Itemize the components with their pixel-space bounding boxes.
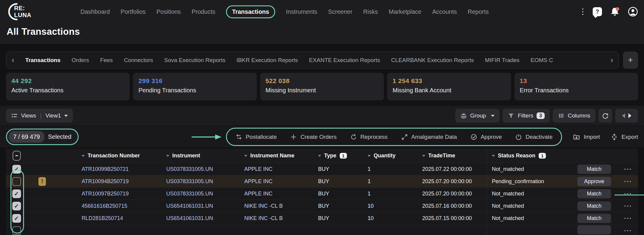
import-button[interactable]: Import bbox=[573, 133, 600, 141]
table-row-partial[interactable]: ··· bbox=[6, 224, 638, 235]
transaction-number-link[interactable]: ATR10094B250719 bbox=[74, 178, 159, 185]
col-header-transaction-number[interactable]: Transaction Number bbox=[74, 153, 159, 159]
row-checkbox[interactable]: ✓ bbox=[12, 189, 21, 198]
col-header-instrument[interactable]: Instrument bbox=[159, 153, 237, 159]
instrument-link[interactable]: US0378331005.UN bbox=[159, 178, 237, 185]
match-button[interactable]: Match bbox=[577, 214, 611, 223]
user-avatar-icon[interactable] bbox=[628, 7, 638, 17]
transaction-number-link[interactable]: 45661616B250715 bbox=[74, 203, 159, 209]
tab-ibkr-execution-reports[interactable]: IBKR Execution Reports bbox=[236, 57, 298, 64]
row-checkbox[interactable]: ✓ bbox=[12, 214, 21, 223]
columns-button[interactable]: Columns bbox=[553, 109, 595, 123]
nav-item-positions[interactable]: Positions bbox=[156, 6, 181, 18]
nav-item-accounts[interactable]: Accounts bbox=[432, 6, 457, 18]
tabs-scroll-left-icon[interactable]: ‹ bbox=[12, 56, 14, 64]
export-button[interactable]: Export bbox=[611, 133, 638, 141]
tab-connectors[interactable]: Connectors bbox=[124, 57, 153, 64]
col-header-status-reason[interactable]: Status Reason1 bbox=[487, 149, 570, 163]
tab-exante-execution-reports[interactable]: EXANTE Execution Reports bbox=[309, 57, 380, 64]
table-row[interactable]: ✓ 45661616B250715 US6541061031.UN NIKE I… bbox=[6, 200, 638, 212]
stat-card-active-transactions[interactable]: 44 292 Active Transactions bbox=[6, 73, 130, 100]
instrument-link[interactable]: US6541061031.UN bbox=[159, 215, 237, 222]
match-button[interactable] bbox=[577, 225, 611, 234]
row-checkbox[interactable]: ✓ bbox=[12, 202, 21, 210]
nav-item-risks[interactable]: Risks bbox=[363, 6, 378, 18]
tab-sova-execution-reports[interactable]: Sova Execution Reports bbox=[164, 57, 225, 64]
group-button[interactable]: Group bbox=[455, 109, 500, 123]
row-menu-button[interactable]: ··· bbox=[618, 215, 638, 222]
row-menu-button[interactable]: ··· bbox=[618, 202, 638, 210]
status-reason-cell: Not_matched bbox=[487, 163, 570, 175]
nav-item-marketplace[interactable]: Marketplace bbox=[389, 6, 421, 18]
table-row[interactable]: ✓ ATR10097B250719 US0378331005.UN APPLE … bbox=[6, 187, 638, 200]
nav-item-transactions[interactable]: Transactions bbox=[226, 5, 275, 18]
tab-mifir-trades[interactable]: MIFIR Trades bbox=[485, 57, 519, 64]
nav-item-screener[interactable]: Screener bbox=[328, 6, 352, 18]
filters-button[interactable]: Filters 3 bbox=[503, 109, 550, 123]
row-menu-button[interactable]: ··· bbox=[618, 190, 638, 197]
table-row[interactable]: ✓ RLD281B250714 US6541061031.UN NIKE INC… bbox=[6, 212, 638, 224]
row-checkbox[interactable] bbox=[12, 226, 21, 235]
row-menu-button[interactable]: ··· bbox=[618, 165, 638, 173]
match-button[interactable]: Match bbox=[577, 189, 611, 198]
match-button[interactable]: Match bbox=[577, 201, 611, 211]
help-icon[interactable]: ? bbox=[593, 7, 602, 16]
reprocess-button[interactable]: Reprocess bbox=[350, 134, 388, 140]
nav-item-dashboard[interactable]: Dashboard bbox=[80, 6, 110, 18]
select-all-checkbox[interactable] bbox=[13, 151, 21, 161]
match-button[interactable]: Match bbox=[577, 165, 611, 174]
page-prev-icon[interactable] bbox=[621, 113, 625, 119]
app-logo[interactable]: RE: LUNA bbox=[6, 2, 41, 21]
table-row[interactable]: ! ATR10094B250719 US0378331005.UN APPLE … bbox=[6, 175, 638, 187]
col-header-tradetime[interactable]: TradeTime bbox=[419, 153, 487, 159]
quantity-cell: 10 bbox=[365, 215, 419, 222]
views-selector-button[interactable]: Views | View1 bbox=[6, 109, 73, 123]
page-next-icon[interactable] bbox=[628, 113, 632, 119]
nav-item-reports[interactable]: Reports bbox=[468, 6, 489, 18]
table-row[interactable]: ✓ ATR10099B250721 US0378331005.UN APPLE … bbox=[6, 163, 638, 175]
amalgamate-data-button[interactable]: Amalgamate Data bbox=[401, 134, 457, 140]
tab-eoms[interactable]: EOMS C bbox=[531, 57, 553, 64]
nav-item-products[interactable]: Products bbox=[191, 6, 215, 18]
transaction-number-link[interactable]: ATR10097B250719 bbox=[74, 191, 159, 197]
selection-summary: 7 / 69 479 Selected bbox=[6, 129, 79, 145]
add-tab-button[interactable]: + bbox=[623, 52, 638, 69]
row-menu-button[interactable]: ··· bbox=[618, 227, 638, 234]
tab-fees[interactable]: Fees bbox=[100, 57, 113, 64]
postallocate-button[interactable]: Postallocate bbox=[236, 134, 277, 140]
row-menu-button[interactable]: ··· bbox=[618, 178, 638, 185]
deactivate-button[interactable]: Deactivate bbox=[515, 134, 552, 140]
views-divider: | bbox=[40, 112, 41, 119]
more-menu-icon[interactable] bbox=[581, 7, 585, 16]
stat-card-error-transactions[interactable]: 13 Error Transactions bbox=[514, 73, 638, 100]
notifications-bell-icon[interactable] bbox=[610, 7, 620, 17]
stat-card-missing-instrument[interactable]: 522 038 Missing Instrument bbox=[260, 73, 384, 100]
tab-clearbank-execution-reports[interactable]: CLEARBANK Execution Reports bbox=[391, 57, 474, 64]
stat-card-pending-transactions[interactable]: 299 316 Pending Transactions bbox=[133, 73, 257, 100]
col-header-type[interactable]: Type1 bbox=[315, 153, 365, 159]
row-checkbox[interactable] bbox=[12, 177, 21, 186]
col-header-instrument-name[interactable]: Instrument Name bbox=[237, 153, 315, 159]
tabs-scroll-right-icon[interactable]: › bbox=[611, 56, 613, 64]
nav-item-instruments[interactable]: Instruments bbox=[286, 6, 317, 18]
selection-label: Selected bbox=[48, 133, 71, 140]
col-header-quantity[interactable]: Quantity bbox=[365, 153, 419, 159]
row-checkbox[interactable]: ✓ bbox=[12, 165, 21, 174]
approve-button[interactable]: Approve bbox=[471, 134, 502, 140]
nav-item-portfolios[interactable]: Portfolios bbox=[121, 6, 146, 18]
pagination-arrows[interactable] bbox=[615, 109, 638, 123]
tab-orders[interactable]: Orders bbox=[72, 57, 89, 64]
stat-card-missing-bank-account[interactable]: 1 254 633 Missing Bank Account bbox=[387, 73, 511, 100]
instrument-link[interactable]: US0378331005.UN bbox=[159, 166, 237, 172]
instrument-link[interactable]: US6541061031.UN bbox=[159, 203, 237, 209]
refresh-button[interactable] bbox=[598, 109, 612, 123]
transaction-number-link[interactable]: ATR10099B250721 bbox=[74, 166, 159, 172]
transaction-number-link[interactable]: RLD281B250714 bbox=[74, 215, 159, 222]
instrument-link[interactable]: US0378331005.UN bbox=[159, 191, 237, 197]
approve-button[interactable]: Approve bbox=[577, 177, 611, 186]
primary-nav: Dashboard Portfolios Positions Products … bbox=[80, 5, 489, 18]
column-filter-badge: 1 bbox=[340, 153, 347, 159]
create-orders-button[interactable]: Create Orders bbox=[290, 134, 336, 140]
tab-transactions[interactable]: Transactions bbox=[25, 57, 60, 64]
diagonal-arrows-icon bbox=[401, 134, 408, 140]
